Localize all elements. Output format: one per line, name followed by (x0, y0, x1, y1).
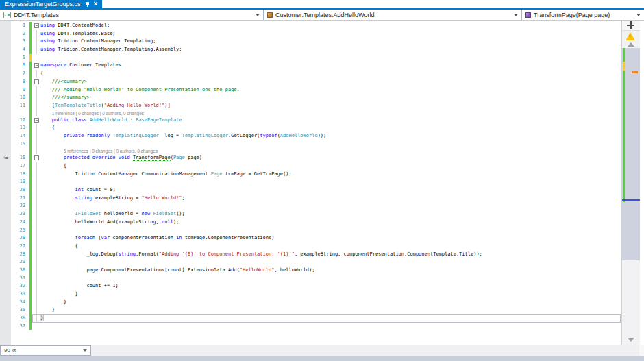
code-text[interactable]: } (40, 290, 621, 299)
code-text[interactable]: IFieldSet helloWorld = new FieldSet(); (40, 210, 621, 219)
horizontal-scrollbar[interactable]: 90 % (0, 345, 644, 356)
line-number[interactable]: 22 (11, 202, 29, 210)
pin-icon[interactable] (86, 2, 89, 7)
code-text[interactable]: { (40, 162, 621, 171)
glyph-margin-cell[interactable] (0, 110, 11, 116)
line-number[interactable]: 28 (11, 251, 29, 259)
code-text[interactable] (40, 54, 621, 62)
codelens-text[interactable]: 6 references | 0 changes | 0 authors, 0 … (40, 148, 621, 154)
line-number[interactable]: 2 (11, 30, 29, 38)
close-icon[interactable]: × (94, 1, 98, 8)
override-glyph-icon[interactable]: ↑o (0, 154, 11, 162)
line-number[interactable]: 26 (11, 234, 29, 242)
glyph-margin-cell[interactable] (0, 306, 11, 314)
glyph-margin-cell[interactable] (0, 314, 11, 323)
glyph-margin-cell[interactable] (0, 323, 11, 331)
code-text[interactable]: count += 1; (40, 282, 621, 290)
glyph-margin-cell[interactable] (0, 132, 11, 140)
glyph-margin-cell[interactable] (0, 22, 11, 30)
code-text[interactable]: ///</summary> (40, 94, 621, 102)
code-text[interactable]: [TcmTemplateTitle("Adding Hello World!")… (40, 102, 621, 110)
glyph-margin-cell[interactable] (0, 282, 11, 290)
code-text[interactable]: using DD4T.ContentModel; (40, 22, 621, 30)
line-number[interactable]: 7 (11, 70, 29, 78)
glyph-margin-cell[interactable] (0, 258, 11, 266)
line-number[interactable]: 31 (11, 275, 29, 283)
line-number[interactable]: 8 (11, 78, 29, 86)
line-number[interactable]: 27 (11, 242, 29, 251)
code-text[interactable]: using DD4T.Templates.Base; (40, 30, 621, 38)
code-text[interactable] (40, 178, 621, 186)
vertical-scrollbar[interactable] (621, 21, 640, 345)
line-number[interactable]: 25 (11, 227, 29, 235)
code-text[interactable] (40, 258, 621, 266)
line-number[interactable]: 14 (11, 132, 29, 140)
code-text[interactable]: protected override void TransformPage(Pa… (40, 154, 621, 162)
glyph-margin-cell[interactable] (0, 148, 11, 154)
glyph-margin-cell[interactable] (0, 62, 11, 70)
type-dropdown[interactable]: Customer.Templates.AddHelloWorld (264, 10, 522, 20)
glyph-margin-cell[interactable] (0, 242, 11, 251)
glyph-margin-cell[interactable] (0, 266, 11, 275)
line-number[interactable]: 12 (11, 116, 29, 125)
glyph-margin-cell[interactable] (0, 195, 11, 203)
glyph-margin-cell[interactable] (0, 94, 11, 102)
line-number[interactable]: 9 (11, 86, 29, 95)
codelens-text[interactable]: 1 reference | 0 changes | 0 authors, 0 c… (40, 110, 621, 116)
line-number[interactable]: 34 (11, 299, 29, 307)
glyph-margin-cell[interactable] (0, 202, 11, 210)
glyph-margin-cell[interactable] (0, 46, 11, 54)
code-text[interactable]: } (40, 314, 621, 323)
scroll-up-button[interactable] (628, 42, 634, 47)
glyph-margin-cell[interactable] (0, 162, 11, 171)
line-number[interactable]: 10 (11, 94, 29, 102)
line-number[interactable]: 35 (11, 306, 29, 314)
glyph-margin-cell[interactable] (0, 30, 11, 38)
fold-collapse-icon[interactable] (34, 116, 40, 125)
glyph-margin-cell[interactable] (0, 54, 11, 62)
glyph-margin-cell[interactable] (0, 124, 11, 132)
fold-collapse-icon[interactable] (34, 154, 40, 162)
glyph-margin-cell[interactable] (0, 78, 11, 86)
glyph-margin-cell[interactable] (0, 275, 11, 283)
glyph-margin-cell[interactable] (0, 219, 11, 227)
code-text[interactable]: /// Adding "Hello World!" to Component P… (40, 86, 621, 95)
code-text[interactable]: int count = 0; (40, 186, 621, 195)
fold-collapse-icon[interactable] (34, 62, 40, 70)
code-text[interactable] (40, 323, 621, 331)
line-number[interactable] (11, 148, 29, 154)
code-text[interactable]: { (40, 70, 621, 78)
line-number[interactable]: 17 (11, 162, 29, 171)
glyph-margin-cell[interactable] (0, 210, 11, 219)
code-text[interactable] (40, 227, 621, 235)
project-dropdown[interactable]: C# DD4T.Templates (0, 10, 264, 20)
line-number[interactable] (11, 110, 29, 116)
code-text[interactable]: } (40, 306, 621, 314)
code-text[interactable]: public class AddHelloWorld : BasePageTem… (40, 116, 621, 125)
line-number[interactable]: 20 (11, 186, 29, 195)
line-number[interactable]: 36 (11, 314, 29, 323)
code-text[interactable]: private readonly TemplatingLogger _log =… (40, 132, 621, 140)
code-text[interactable]: { (40, 124, 621, 132)
glyph-margin-cell[interactable] (0, 290, 11, 299)
splitter-grip[interactable] (622, 21, 640, 31)
line-number[interactable]: 6 (11, 62, 29, 70)
line-number[interactable]: 32 (11, 282, 29, 290)
code-text[interactable]: Tridion.ContentManager.CommunicationMana… (40, 171, 621, 179)
code-text[interactable]: } (40, 299, 621, 307)
glyph-margin-cell[interactable] (0, 140, 11, 149)
line-number[interactable]: 33 (11, 290, 29, 299)
code-text[interactable]: page.ComponentPresentations[count].Exten… (40, 266, 621, 275)
glyph-margin-cell[interactable] (0, 38, 11, 46)
line-number[interactable]: 37 (11, 323, 29, 331)
line-number[interactable]: 23 (11, 210, 29, 219)
glyph-margin-cell[interactable] (0, 70, 11, 78)
line-number[interactable]: 18 (11, 171, 29, 179)
horizontal-scrollbar-track[interactable] (91, 345, 639, 356)
line-number[interactable]: 30 (11, 266, 29, 275)
glyph-margin-cell[interactable] (0, 227, 11, 235)
fold-collapse-icon[interactable] (34, 22, 40, 30)
glyph-margin-cell[interactable] (0, 102, 11, 110)
code-text[interactable]: { (40, 242, 621, 251)
code-editor[interactable]: 1using DD4T.ContentModel;2using DD4T.Tem… (0, 21, 644, 345)
